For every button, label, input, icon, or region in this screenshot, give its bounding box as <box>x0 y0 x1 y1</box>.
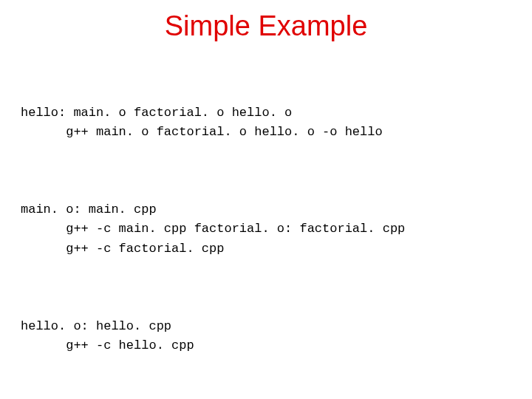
code-line: hello: main. o factorial. o hello. o <box>21 106 292 120</box>
code-line: main. o: main. cpp <box>21 202 157 216</box>
code-line: hello. o: hello. cpp <box>21 319 171 333</box>
code-line: g++ -c hello. cpp <box>21 338 194 352</box>
code-line: g++ -c factorial. cpp <box>21 242 224 256</box>
code-paragraph: hello. o: hello. cpp g++ -c hello. cpp <box>21 317 532 356</box>
code-paragraph: main. o: main. cpp g++ -c main. cpp fact… <box>21 200 532 259</box>
makefile-code: hello: main. o factorial. o hello. o g++… <box>0 64 532 399</box>
code-paragraph: hello: main. o factorial. o hello. o g++… <box>21 103 532 143</box>
code-line: g++ -c main. cpp factorial. o: factorial… <box>21 222 405 236</box>
slide-title: Simple Example <box>0 0 532 64</box>
code-line: g++ main. o factorial. o hello. o -o hel… <box>21 125 383 139</box>
slide: Simple Example hello: main. o factorial.… <box>0 0 532 399</box>
